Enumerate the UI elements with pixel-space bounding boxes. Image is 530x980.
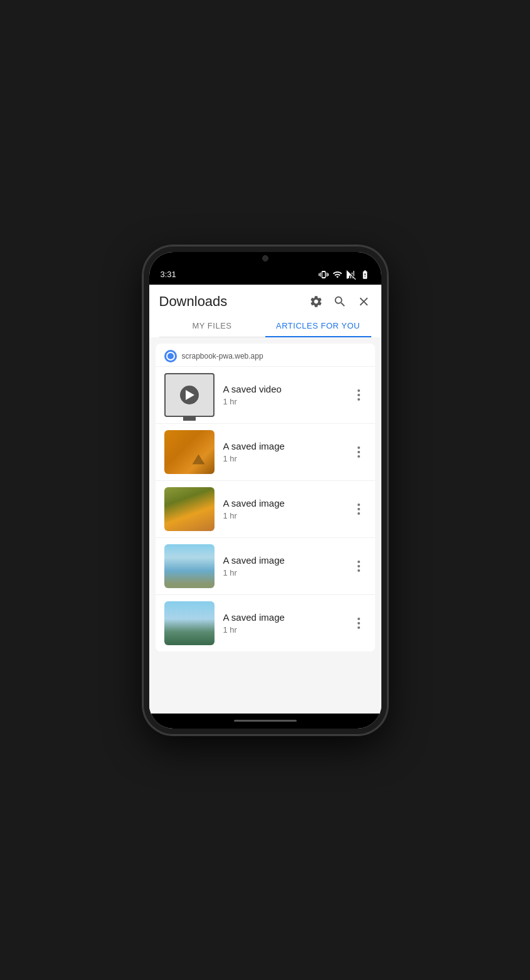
thumbnail-image-food [164,487,215,531]
source-row: scrapbook-pwa.web.app [156,344,375,366]
image-thumbnail [164,487,215,531]
settings-button[interactable] [309,294,324,309]
title-row: Downloads [159,293,371,310]
list-item[interactable]: A saved video 1 hr [156,366,375,423]
image-thumbnail [164,544,215,588]
tab-bar: MY FILES ARTICLES FOR YOU [159,315,371,337]
status-bar: 3:31 [149,265,381,285]
item-info: A saved image 1 hr [223,555,342,577]
more-options-button[interactable] [351,559,366,574]
thumbnail-image-water [164,544,215,588]
item-time: 1 hr [223,511,342,520]
thumbnail-image-orange [164,430,215,474]
close-icon [357,295,371,308]
articles-card: scrapbook-pwa.web.app A saved video 1 hr [156,344,375,651]
phone-screen: 3:31 Downloads [149,252,381,729]
bottom-bar [149,714,381,729]
item-title: A saved image [223,612,342,623]
item-time: 1 hr [223,454,342,463]
item-time: 1 hr [223,568,342,577]
app-title: Downloads [159,293,228,310]
more-dots-icon [358,618,360,629]
tab-articles-for-you[interactable]: ARTICLES FOR YOU [265,315,371,337]
header-actions [309,294,371,309]
source-domain: scrapbook-pwa.web.app [182,352,263,361]
item-time: 1 hr [223,397,342,406]
item-time: 1 hr [223,625,342,635]
video-thumbnail [164,373,215,417]
more-dots-icon [358,389,360,401]
more-options-button[interactable] [351,387,366,403]
notch-area [149,252,381,265]
item-title: A saved image [223,555,342,566]
front-camera-icon [262,255,268,261]
item-title: A saved image [223,441,342,451]
app-container: Downloads [149,285,381,714]
thumbnail-image-sky [164,601,215,645]
app-header: Downloads [149,285,381,337]
close-button[interactable] [356,294,371,309]
more-options-button[interactable] [351,502,366,517]
image-thumbnail [164,430,215,474]
item-title: A saved video [223,384,342,394]
status-icons [319,270,370,280]
play-button-icon [180,386,199,404]
item-info: A saved image 1 hr [223,498,342,520]
status-time: 3:31 [161,270,176,279]
tab-my-files[interactable]: MY FILES [159,315,265,337]
item-info: A saved image 1 hr [223,612,342,635]
vibrate-icon [319,270,329,280]
content-area[interactable]: scrapbook-pwa.web.app A saved video 1 hr [149,337,381,714]
search-icon [333,295,347,308]
search-button[interactable] [332,294,347,309]
list-item[interactable]: A saved image 1 hr [156,480,375,537]
more-options-button[interactable] [351,445,366,460]
item-info: A saved image 1 hr [223,441,342,463]
more-options-button[interactable] [351,616,366,631]
more-dots-icon [358,503,360,515]
image-thumbnail [164,601,215,645]
home-indicator[interactable] [234,720,297,722]
wifi-icon [332,270,342,280]
list-item[interactable]: A saved image 1 hr [156,537,375,594]
battery-icon [360,270,370,280]
list-item[interactable]: A saved image 1 hr [156,423,375,480]
more-dots-icon [358,561,360,572]
list-item[interactable]: A saved image 1 hr [156,594,375,651]
signal-icon [346,270,356,280]
more-dots-icon [358,446,360,458]
item-info: A saved video 1 hr [223,384,342,406]
item-title: A saved image [223,498,342,508]
gear-icon [309,295,323,308]
share-icon [164,350,177,362]
phone-device: 3:31 Downloads [143,246,388,735]
